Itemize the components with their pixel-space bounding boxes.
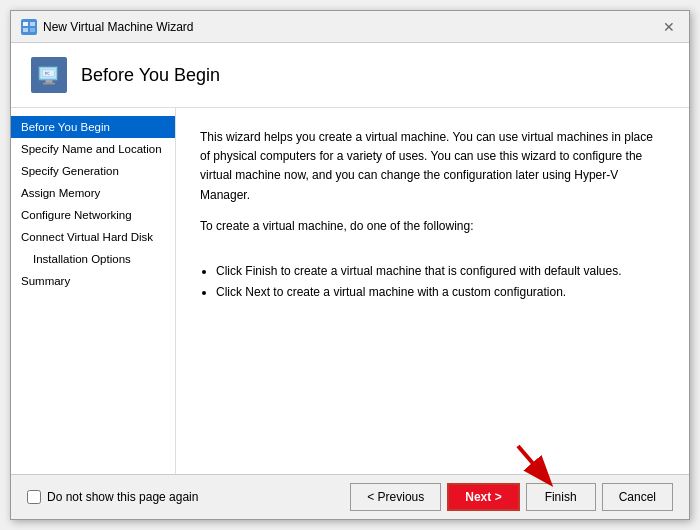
do-not-show-label: Do not show this page again xyxy=(47,490,198,504)
wizard-window: New Virtual Machine Wizard ✕ PC Before Y… xyxy=(10,10,690,520)
bottom-bar: Do not show this page again < Previous N… xyxy=(11,474,689,519)
button-row: < Previous Next > Finish Cancel xyxy=(350,483,673,511)
next-button[interactable]: Next > xyxy=(447,483,519,511)
header-area: PC Before You Begin xyxy=(11,43,689,108)
bullet-1: Click Finish to create a virtual machine… xyxy=(216,262,665,281)
svg-text:PC: PC xyxy=(45,71,51,76)
sidebar-item-configure-networking[interactable]: Configure Networking xyxy=(11,204,175,226)
svg-rect-6 xyxy=(46,80,53,83)
close-button[interactable]: ✕ xyxy=(659,17,679,37)
paragraph-1: This wizard helps you create a virtual m… xyxy=(200,128,665,205)
paragraph-2: To create a virtual machine, do one of t… xyxy=(200,217,665,236)
finish-button[interactable]: Finish xyxy=(526,483,596,511)
content-area: Before You Begin Specify Name and Locati… xyxy=(11,108,689,474)
window-icon xyxy=(21,19,37,35)
page-title: Before You Begin xyxy=(81,65,220,86)
sidebar-item-specify-generation[interactable]: Specify Generation xyxy=(11,160,175,182)
header-icon: PC xyxy=(31,57,67,93)
cancel-button[interactable]: Cancel xyxy=(602,483,673,511)
bullet-2: Click Next to create a virtual machine w… xyxy=(216,283,665,302)
sidebar-item-summary[interactable]: Summary xyxy=(11,270,175,292)
sidebar-item-assign-memory[interactable]: Assign Memory xyxy=(11,182,175,204)
svg-rect-0 xyxy=(23,22,28,26)
window-title: New Virtual Machine Wizard xyxy=(43,20,194,34)
checkbox-row: Do not show this page again xyxy=(27,490,198,504)
sidebar: Before You Begin Specify Name and Locati… xyxy=(11,108,176,474)
sidebar-item-connect-vhd[interactable]: Connect Virtual Hard Disk xyxy=(11,226,175,248)
sidebar-item-specify-name[interactable]: Specify Name and Location xyxy=(11,138,175,160)
sidebar-item-before-you-begin[interactable]: Before You Begin xyxy=(11,116,175,138)
svg-rect-2 xyxy=(23,28,28,32)
intro-paragraph: This wizard helps you create a virtual m… xyxy=(200,128,665,248)
sidebar-item-installation-options[interactable]: Installation Options xyxy=(11,248,175,270)
title-bar-left: New Virtual Machine Wizard xyxy=(21,19,194,35)
svg-rect-3 xyxy=(30,28,35,32)
svg-rect-1 xyxy=(30,22,35,26)
title-bar: New Virtual Machine Wizard ✕ xyxy=(11,11,689,43)
instructions-list: Click Finish to create a virtual machine… xyxy=(216,262,665,304)
svg-rect-7 xyxy=(43,83,55,85)
main-content: This wizard helps you create a virtual m… xyxy=(176,108,689,474)
do-not-show-checkbox[interactable] xyxy=(27,490,41,504)
previous-button[interactable]: < Previous xyxy=(350,483,441,511)
